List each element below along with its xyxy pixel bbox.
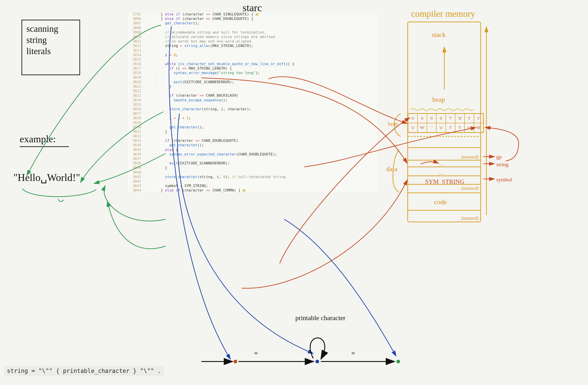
indent-guides: ││││││: [143, 152, 156, 156]
line-number: 3817: [127, 66, 143, 70]
code-text: }: [156, 165, 167, 170]
indent-guides: ││││││: [143, 161, 156, 165]
heap-cell: 'o': [408, 123, 418, 132]
code-text: else {: [156, 148, 178, 152]
memory-stack-label: stack: [432, 31, 446, 39]
code-line: 3821││││││ }: [127, 84, 378, 89]
line-number: 3829: [127, 121, 143, 125]
line-number: 3812: [127, 44, 143, 48]
line-number: 3824: [127, 98, 143, 102]
indent-guides: ││││: [143, 17, 156, 21]
code-line: 3822│││││: [127, 89, 378, 93]
code-text: syntax_error_message("string too long");: [156, 71, 260, 75]
fold-marker-icon[interactable]: ⋯: [255, 13, 258, 16]
code-text: i = 0;: [156, 53, 178, 57]
indent-guides: │││││: [143, 53, 156, 57]
indent-guides: │││││: [143, 111, 156, 116]
code-line: 3830││││││ get_character();: [127, 125, 378, 129]
code-line: 3839│││││ }: [127, 165, 378, 170]
heap-cell: ' ': [427, 123, 436, 132]
memory-unused-2: (unused): [461, 185, 479, 191]
line-number: 3808: [127, 26, 143, 30]
code-text: // accommodate string and null for termi…: [156, 30, 266, 35]
code-line: 3831│││││ }: [127, 129, 378, 134]
line-number: 3834: [127, 143, 143, 147]
line-number: 3816: [127, 62, 143, 66]
line-number: 3811: [127, 39, 143, 43]
code-line: 3782││││ } else if (character == CHAR_SI…: [127, 12, 378, 17]
line-number: 3841: [127, 175, 143, 179]
memory-heap-side-label: heap: [388, 121, 398, 127]
code-text: } else if (character == CHAR_DOUBLEQUOTE…: [156, 17, 253, 21]
code-line: 3836││││││ syntax_error_expected_charact…: [127, 152, 378, 157]
code-line: 3835│││││ else {: [127, 148, 378, 152]
code-line: 3807│││││ get_character();: [127, 21, 378, 25]
line-number: 3842: [127, 179, 143, 183]
code-text: exit(EXITCODE_SCANNERERROR);: [156, 161, 230, 165]
indent-guides: │││││: [143, 165, 156, 170]
indent-guides: ││││││: [143, 80, 156, 84]
fold-marker-icon[interactable]: ⋯: [243, 189, 245, 192]
indent-guides: ││││││: [143, 71, 156, 75]
indent-guides: │││││: [143, 179, 156, 183]
line-number: 3844: [127, 188, 143, 192]
line-number: 3837: [127, 157, 143, 161]
memory-dots-2: …: [439, 170, 443, 176]
line-number: 3833: [127, 139, 143, 143]
code-text: get_character();: [156, 21, 200, 25]
indent-guides: │││││: [143, 170, 156, 175]
line-number: 3826: [127, 107, 143, 111]
heap-cell: 'e': [464, 123, 474, 132]
code-text: [156, 89, 165, 93]
line-number: 3809: [127, 30, 143, 35]
indent-guides: │││││: [143, 121, 156, 125]
code-line: 3841│││││ store_character(string, i, 0);…: [127, 175, 378, 179]
fsm-loop-label: printable character: [295, 314, 345, 322]
indent-guides: │││││: [143, 157, 156, 161]
code-line: 3842│││││: [127, 179, 378, 184]
code-line: 3812│││││ string = string_alloc(MAX_STRI…: [127, 44, 378, 48]
code-text: if (character == CHAR_BACKSLASH): [156, 93, 238, 98]
line-number: 3839: [127, 165, 143, 170]
line-number: 3838: [127, 161, 143, 165]
code-text: [156, 179, 165, 183]
line-number: 3819: [127, 75, 143, 80]
heap-cell: 'W': [418, 123, 427, 132]
code-text: [156, 57, 165, 61]
code-text: [156, 121, 165, 125]
memory-heap-label: heap: [432, 96, 445, 103]
code-text: string = string_alloc(MAX_STRING_LENGTH)…: [156, 44, 253, 48]
indent-guides: ││││: [143, 188, 156, 192]
note-line-2: string: [26, 35, 47, 45]
indent-guides: ││││││: [143, 107, 156, 111]
code-text: }: [156, 84, 171, 89]
indent-guides: ││││: [143, 12, 156, 16]
line-number: 3815: [127, 57, 143, 61]
code-line: 3840│││││: [127, 170, 378, 175]
memory-sym-string: SYM_STRING: [425, 178, 464, 185]
code-line: 3833│││││ if (character == CHAR_DOUBLEQU…: [127, 139, 378, 143]
indent-guides: │││││: [143, 44, 156, 48]
line-number: 3818: [127, 71, 143, 75]
code-text: } else if (character == CHAR_SINGLEQUOTE…: [156, 12, 258, 16]
indent-guides: │││││: [143, 62, 156, 66]
code-line: 3818││││││ syntax_error_message("string …: [127, 71, 378, 75]
indent-guides: ││││││: [143, 66, 156, 70]
indent-guides: ││││││: [143, 143, 156, 147]
code-text: [156, 111, 165, 116]
code-line: 3823││││││ if (character == CHAR_BACKSLA…: [127, 93, 378, 98]
indent-guides: ││││││: [143, 93, 156, 98]
code-line: 3814│││││ i = 0;: [127, 53, 378, 57]
note-box-text: scanning string literals: [26, 23, 58, 57]
indent-guides: │││││: [143, 139, 156, 143]
memory-data-label: data: [386, 165, 397, 173]
code-text: exit(EXITCODE_SCANNERERROR);: [156, 80, 234, 84]
indent-guides: │││││: [143, 57, 156, 61]
line-number: 3813: [127, 48, 143, 53]
heap-cell: 'd': [455, 114, 464, 123]
grammar-rule: string = "\"" { printable_character } "\…: [4, 366, 164, 375]
fsm-edge-label-2: ": [351, 350, 355, 360]
svg-point-10: [233, 360, 237, 363]
line-number: 3840: [127, 170, 143, 175]
line-number: 3823: [127, 93, 143, 98]
